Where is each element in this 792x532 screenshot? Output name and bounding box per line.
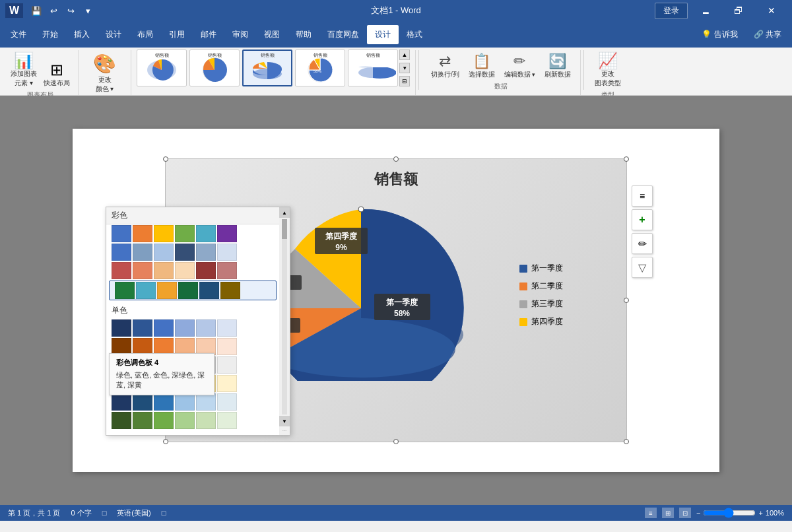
menu-insert[interactable]: 插入 bbox=[66, 25, 98, 44]
redo-icon[interactable]: ↪ bbox=[63, 3, 79, 18]
swatch-3-1[interactable] bbox=[112, 262, 131, 279]
swatch-sel-4[interactable] bbox=[178, 282, 198, 299]
scroll-up-btn[interactable]: ▲ bbox=[399, 50, 410, 60]
change-color-button[interactable]: 🎨 更改颜色 ▾ bbox=[90, 51, 119, 95]
mono-1-5[interactable] bbox=[196, 319, 216, 337]
menu-mail[interactable]: 邮件 bbox=[193, 25, 224, 44]
swatch-1-3[interactable] bbox=[154, 225, 174, 242]
mono-4-6[interactable] bbox=[217, 375, 237, 392]
swatch-1-1[interactable] bbox=[112, 225, 131, 242]
mono-6-3[interactable] bbox=[154, 412, 174, 429]
menu-view[interactable]: 视图 bbox=[256, 25, 288, 44]
zoom-slider[interactable] bbox=[703, 508, 756, 518]
view-mode-3-btn[interactable]: ⊡ bbox=[679, 508, 691, 518]
chart-more-icon-btn[interactable]: ▽ bbox=[632, 257, 653, 278]
style-thumb-5[interactable]: 销售额 bbox=[348, 50, 398, 86]
handle-tr[interactable] bbox=[624, 156, 629, 162]
mono-1-6[interactable] bbox=[217, 319, 237, 337]
edit-data-button[interactable]: ✏ 编辑数据 ▾ bbox=[500, 51, 539, 81]
refresh-data-button[interactable]: 🔄 刷新数据 bbox=[541, 51, 575, 81]
mono-5-2[interactable] bbox=[133, 393, 152, 411]
menu-baidu[interactable]: 百度网盘 bbox=[319, 25, 367, 44]
mono-5-4[interactable] bbox=[175, 393, 195, 411]
chart-styles-icon-btn[interactable]: + bbox=[632, 209, 653, 230]
menu-chart-design[interactable]: 设计 bbox=[367, 25, 399, 44]
switch-row-col-button[interactable]: ⇄ 切换行/列 bbox=[427, 51, 463, 81]
quick-layout-button[interactable]: ⊞ 快速布局 bbox=[41, 61, 73, 89]
menu-tell-me[interactable]: 💡 告诉我 bbox=[694, 25, 745, 44]
style-thumb-2[interactable]: 销售额 bbox=[189, 50, 240, 86]
scroll-more-btn[interactable]: ⊟ bbox=[399, 76, 410, 86]
swatch-sel-6[interactable] bbox=[220, 282, 240, 299]
swatch-3-6[interactable] bbox=[217, 262, 237, 279]
mono-5-5[interactable] bbox=[196, 393, 216, 411]
swatch-sel-3[interactable] bbox=[157, 282, 177, 299]
mono-6-1[interactable] bbox=[112, 412, 131, 429]
mono-5-3[interactable] bbox=[154, 393, 174, 411]
close-button[interactable]: ✕ bbox=[756, 0, 787, 21]
menu-home[interactable]: 开始 bbox=[34, 25, 66, 44]
change-chart-type-button[interactable]: 📈 更改图表类型 bbox=[592, 51, 624, 89]
swatch-3-3[interactable] bbox=[154, 262, 174, 279]
menu-file[interactable]: 文件 bbox=[3, 25, 34, 44]
swatch-1-4[interactable] bbox=[175, 225, 195, 242]
save-icon[interactable]: 💾 bbox=[28, 3, 44, 18]
customize-icon[interactable]: ▾ bbox=[80, 3, 96, 18]
menu-format[interactable]: 格式 bbox=[399, 25, 430, 44]
view-mode-1-btn[interactable]: ≡ bbox=[645, 508, 657, 518]
mono-2-6[interactable] bbox=[217, 338, 237, 355]
mono-6-4[interactable] bbox=[175, 412, 195, 429]
swatch-1-2[interactable] bbox=[133, 225, 152, 242]
mono-1-2[interactable] bbox=[133, 319, 152, 337]
zoom-minus-icon[interactable]: − bbox=[696, 509, 700, 517]
undo-icon[interactable]: ↩ bbox=[46, 3, 61, 18]
handle-tc[interactable] bbox=[393, 156, 399, 162]
mono-5-1[interactable] bbox=[112, 393, 131, 411]
swatch-2-4[interactable] bbox=[175, 244, 195, 261]
handle-br[interactable] bbox=[624, 439, 629, 444]
scroll-thumb[interactable] bbox=[282, 219, 287, 239]
scroll-down-btn[interactable]: ▾ bbox=[399, 63, 410, 73]
swatch-2-2[interactable] bbox=[133, 244, 152, 261]
swatch-sel-5[interactable] bbox=[199, 282, 219, 299]
swatch-2-3[interactable] bbox=[154, 244, 174, 261]
minimize-button[interactable]: 🗕 bbox=[690, 0, 721, 21]
menu-references[interactable]: 引用 bbox=[161, 25, 193, 44]
scroll-up-arrow[interactable]: ▲ bbox=[279, 207, 290, 218]
handle-bc[interactable] bbox=[393, 439, 399, 444]
scroll-down-arrow[interactable]: ▼ bbox=[279, 416, 290, 426]
mono-1-1[interactable] bbox=[112, 319, 131, 337]
zoom-plus-icon[interactable]: + bbox=[758, 509, 762, 517]
mono-6-5[interactable] bbox=[196, 412, 216, 429]
swatch-2-6[interactable] bbox=[217, 244, 237, 261]
add-chart-element-button[interactable]: 📊 添加图表元素 ▾ bbox=[8, 51, 40, 89]
swatch-3-2[interactable] bbox=[133, 262, 152, 279]
swatch-1-5[interactable] bbox=[196, 225, 216, 242]
mono-5-6[interactable] bbox=[217, 393, 237, 411]
swatch-2-1[interactable] bbox=[112, 244, 131, 261]
style-thumb-3[interactable]: 销售额 bbox=[242, 50, 292, 86]
menu-review[interactable]: 审阅 bbox=[224, 25, 256, 44]
swatch-3-4[interactable] bbox=[175, 262, 195, 279]
swatch-sel-2[interactable] bbox=[136, 282, 156, 299]
style-thumb-1[interactable]: 销售额 bbox=[137, 50, 187, 86]
view-mode-2-btn[interactable]: ⊞ bbox=[662, 508, 674, 518]
mono-6-2[interactable] bbox=[133, 412, 152, 429]
menu-help[interactable]: 帮助 bbox=[288, 25, 319, 44]
mono-6-6[interactable] bbox=[217, 412, 237, 429]
chart-filters-icon-btn[interactable]: ✏ bbox=[632, 233, 653, 254]
mono-1-3[interactable] bbox=[154, 319, 174, 337]
maximize-button[interactable]: 🗗 bbox=[723, 0, 754, 21]
handle-tl[interactable] bbox=[163, 156, 168, 162]
style-thumb-4[interactable]: 58% 销售额 bbox=[295, 50, 345, 86]
swatch-sel-1[interactable] bbox=[115, 282, 135, 299]
menu-layout[interactable]: 布局 bbox=[129, 25, 161, 44]
menu-share[interactable]: 🔗 共享 bbox=[746, 25, 789, 44]
mono-1-4[interactable] bbox=[175, 319, 195, 337]
swatch-3-5[interactable] bbox=[196, 262, 216, 279]
mono-3-6[interactable] bbox=[217, 356, 237, 374]
swatch-1-6[interactable] bbox=[217, 225, 237, 242]
login-button[interactable]: 登录 bbox=[655, 3, 688, 19]
menu-design-doc[interactable]: 设计 bbox=[98, 25, 129, 44]
swatch-2-5[interactable] bbox=[196, 244, 216, 261]
